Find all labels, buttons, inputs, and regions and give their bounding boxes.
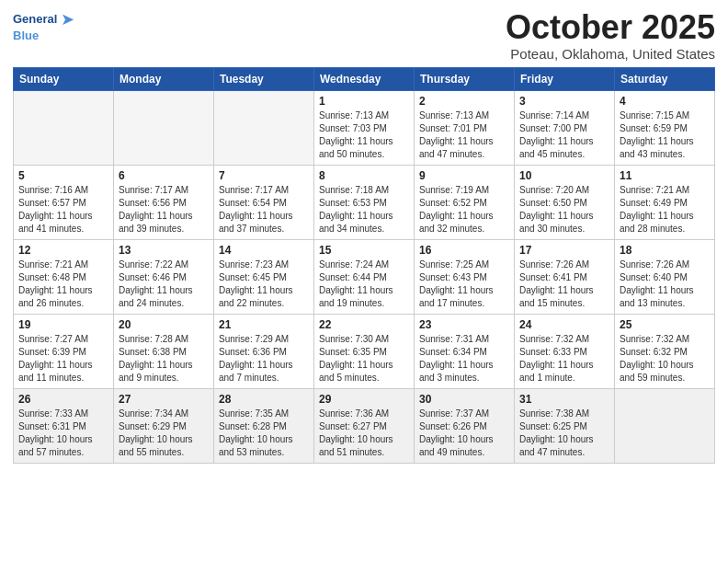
day-number: 26 [18, 393, 108, 406]
day-number: 15 [319, 244, 409, 257]
day-info: Sunrise: 7:33 AM Sunset: 6:31 PM Dayligh… [18, 408, 108, 459]
day-number: 30 [419, 393, 509, 406]
day-info: Sunrise: 7:32 AM Sunset: 6:33 PM Dayligh… [519, 333, 609, 385]
day-info: Sunrise: 7:24 AM Sunset: 6:44 PM Dayligh… [319, 259, 409, 310]
weekday-header-thursday: Thursday [415, 67, 515, 90]
day-number: 2 [419, 95, 509, 108]
day-number: 4 [620, 95, 710, 108]
day-number: 10 [519, 169, 609, 182]
calendar-cell: 20Sunrise: 7:28 AM Sunset: 6:38 PM Dayli… [114, 314, 214, 388]
day-info: Sunrise: 7:17 AM Sunset: 6:54 PM Dayligh… [219, 184, 309, 236]
day-number: 22 [319, 318, 409, 331]
day-info: Sunrise: 7:37 AM Sunset: 6:26 PM Dayligh… [419, 408, 509, 459]
calendar-cell: 25Sunrise: 7:32 AM Sunset: 6:32 PM Dayli… [615, 314, 715, 388]
day-number: 23 [419, 318, 509, 331]
calendar-cell: 10Sunrise: 7:20 AM Sunset: 6:50 PM Dayli… [515, 165, 615, 239]
day-info: Sunrise: 7:31 AM Sunset: 6:34 PM Dayligh… [419, 333, 509, 385]
day-info: Sunrise: 7:13 AM Sunset: 7:03 PM Dayligh… [319, 109, 409, 161]
day-info: Sunrise: 7:38 AM Sunset: 6:25 PM Dayligh… [519, 408, 609, 459]
calendar-cell: 6Sunrise: 7:17 AM Sunset: 6:56 PM Daylig… [114, 165, 214, 239]
day-info: Sunrise: 7:29 AM Sunset: 6:36 PM Dayligh… [219, 333, 309, 385]
day-info: Sunrise: 7:18 AM Sunset: 6:53 PM Dayligh… [319, 184, 409, 236]
calendar-cell: 12Sunrise: 7:21 AM Sunset: 6:48 PM Dayli… [14, 239, 114, 314]
day-info: Sunrise: 7:15 AM Sunset: 6:59 PM Dayligh… [620, 109, 710, 161]
logo-blue-text: Blue [13, 29, 39, 42]
day-number: 12 [18, 244, 108, 257]
day-number: 24 [519, 318, 609, 331]
calendar-cell: 3Sunrise: 7:14 AM Sunset: 7:00 PM Daylig… [515, 90, 615, 165]
calendar-cell: 31Sunrise: 7:38 AM Sunset: 6:25 PM Dayli… [515, 388, 615, 463]
calendar-cell: 8Sunrise: 7:18 AM Sunset: 6:53 PM Daylig… [314, 165, 415, 239]
calendar-cell: 22Sunrise: 7:30 AM Sunset: 6:35 PM Dayli… [314, 314, 415, 388]
header: General ➤ Blue October 2025 Poteau, Okla… [13, 9, 715, 62]
calendar-table: SundayMondayTuesdayWednesdayThursdayFrid… [13, 67, 715, 464]
day-number: 3 [519, 95, 609, 108]
day-info: Sunrise: 7:27 AM Sunset: 6:39 PM Dayligh… [18, 333, 108, 385]
page-title: October 2025 [506, 9, 715, 46]
day-number: 7 [219, 169, 309, 182]
weekday-header-saturday: Saturday [615, 67, 715, 90]
day-info: Sunrise: 7:19 AM Sunset: 6:52 PM Dayligh… [419, 184, 509, 236]
calendar-cell [615, 388, 715, 463]
day-info: Sunrise: 7:25 AM Sunset: 6:43 PM Dayligh… [419, 259, 509, 310]
day-number: 19 [18, 318, 108, 331]
logo: General ➤ Blue [13, 9, 74, 42]
title-block: October 2025 Poteau, Oklahoma, United St… [506, 9, 715, 62]
calendar-cell: 26Sunrise: 7:33 AM Sunset: 6:31 PM Dayli… [14, 388, 114, 463]
calendar-cell [214, 90, 314, 165]
day-number: 13 [119, 244, 209, 257]
calendar-cell: 16Sunrise: 7:25 AM Sunset: 6:43 PM Dayli… [415, 239, 515, 314]
calendar-cell [114, 90, 214, 165]
day-info: Sunrise: 7:26 AM Sunset: 6:41 PM Dayligh… [519, 259, 609, 310]
calendar-cell: 2Sunrise: 7:13 AM Sunset: 7:01 PM Daylig… [415, 90, 515, 165]
calendar-cell: 27Sunrise: 7:34 AM Sunset: 6:29 PM Dayli… [114, 388, 214, 463]
day-info: Sunrise: 7:20 AM Sunset: 6:50 PM Dayligh… [519, 184, 609, 236]
day-number: 14 [219, 244, 309, 257]
weekday-header-tuesday: Tuesday [214, 67, 314, 90]
calendar-cell: 30Sunrise: 7:37 AM Sunset: 6:26 PM Dayli… [415, 388, 515, 463]
weekday-header-wednesday: Wednesday [314, 67, 415, 90]
day-number: 31 [519, 393, 609, 406]
day-number: 8 [319, 169, 409, 182]
calendar-cell: 19Sunrise: 7:27 AM Sunset: 6:39 PM Dayli… [14, 314, 114, 388]
calendar-cell: 4Sunrise: 7:15 AM Sunset: 6:59 PM Daylig… [615, 90, 715, 165]
location-label: Poteau, Oklahoma, United States [506, 46, 715, 62]
logo-general: General [13, 13, 57, 26]
calendar-cell: 23Sunrise: 7:31 AM Sunset: 6:34 PM Dayli… [415, 314, 515, 388]
week-row-4: 19Sunrise: 7:27 AM Sunset: 6:39 PM Dayli… [14, 314, 715, 388]
day-number: 25 [620, 318, 710, 331]
day-number: 1 [319, 95, 409, 108]
day-info: Sunrise: 7:14 AM Sunset: 7:00 PM Dayligh… [519, 109, 609, 161]
day-info: Sunrise: 7:36 AM Sunset: 6:27 PM Dayligh… [319, 408, 409, 459]
day-number: 18 [620, 244, 710, 257]
calendar-cell: 7Sunrise: 7:17 AM Sunset: 6:54 PM Daylig… [214, 165, 314, 239]
day-info: Sunrise: 7:17 AM Sunset: 6:56 PM Dayligh… [119, 184, 209, 236]
weekday-header-monday: Monday [114, 67, 214, 90]
weekday-header-friday: Friday [515, 67, 615, 90]
week-row-3: 12Sunrise: 7:21 AM Sunset: 6:48 PM Dayli… [14, 239, 715, 314]
calendar-cell: 17Sunrise: 7:26 AM Sunset: 6:41 PM Dayli… [515, 239, 615, 314]
day-info: Sunrise: 7:35 AM Sunset: 6:28 PM Dayligh… [219, 408, 309, 459]
page: General ➤ Blue October 2025 Poteau, Okla… [0, 0, 728, 563]
calendar-cell: 18Sunrise: 7:26 AM Sunset: 6:40 PM Dayli… [615, 239, 715, 314]
day-number: 21 [219, 318, 309, 331]
day-number: 5 [18, 169, 108, 182]
day-number: 9 [419, 169, 509, 182]
day-info: Sunrise: 7:21 AM Sunset: 6:49 PM Dayligh… [620, 184, 710, 236]
day-number: 20 [119, 318, 209, 331]
day-number: 27 [119, 393, 209, 406]
day-number: 29 [319, 393, 409, 406]
calendar-cell: 5Sunrise: 7:16 AM Sunset: 6:57 PM Daylig… [14, 165, 114, 239]
calendar-cell: 15Sunrise: 7:24 AM Sunset: 6:44 PM Dayli… [314, 239, 415, 314]
week-row-1: 1Sunrise: 7:13 AM Sunset: 7:03 PM Daylig… [14, 90, 715, 165]
calendar-cell: 13Sunrise: 7:22 AM Sunset: 6:46 PM Dayli… [114, 239, 214, 314]
day-info: Sunrise: 7:34 AM Sunset: 6:29 PM Dayligh… [119, 408, 209, 459]
day-number: 11 [620, 169, 710, 182]
day-number: 6 [119, 169, 209, 182]
week-row-5: 26Sunrise: 7:33 AM Sunset: 6:31 PM Dayli… [14, 388, 715, 463]
week-row-2: 5Sunrise: 7:16 AM Sunset: 6:57 PM Daylig… [14, 165, 715, 239]
calendar-cell: 14Sunrise: 7:23 AM Sunset: 6:45 PM Dayli… [214, 239, 314, 314]
day-info: Sunrise: 7:26 AM Sunset: 6:40 PM Dayligh… [620, 259, 710, 310]
day-info: Sunrise: 7:32 AM Sunset: 6:32 PM Dayligh… [620, 333, 710, 385]
calendar-cell: 1Sunrise: 7:13 AM Sunset: 7:03 PM Daylig… [314, 90, 415, 165]
